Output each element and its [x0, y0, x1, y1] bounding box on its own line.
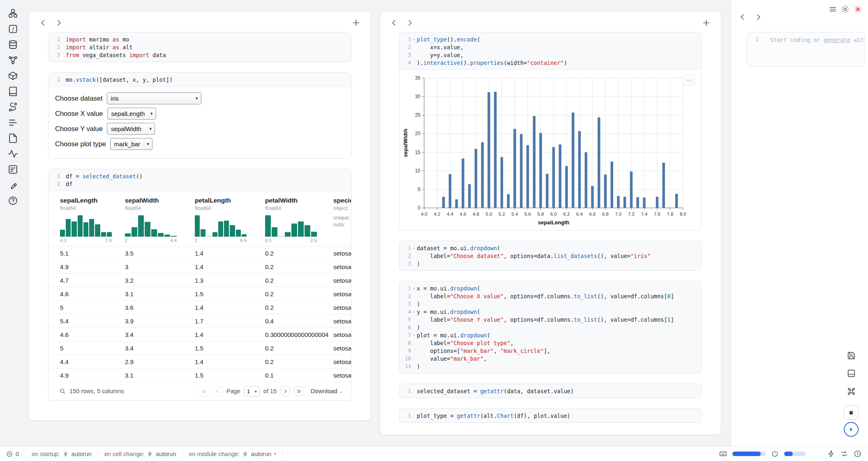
table-row[interactable]: 5.13.51.40.2setosa	[48, 247, 351, 260]
code-line[interactable]: 1df = selected_dataset()	[48, 172, 348, 180]
scratchpad-cell[interactable]: 1 Start coding or generate with AI	[747, 32, 865, 67]
code-line[interactable]: 3 y=y.value,	[399, 51, 698, 59]
code-line[interactable]: 2import altair as alt	[48, 43, 348, 51]
table-row[interactable]: 4.93.11.50.1setosa	[48, 369, 351, 382]
sidebar-item-documentation[interactable]	[8, 86, 18, 97]
table-column-header[interactable]: speciesobjectunique:nulls:	[333, 197, 351, 243]
runtime-config-on-module-change[interactable]: on module change:autorun▾	[183, 447, 283, 461]
table-row[interactable]: 4.42.91.40.2setosa	[48, 355, 351, 369]
sidebar-item-ai[interactable]	[8, 180, 18, 190]
previous-page-button[interactable]	[213, 386, 223, 396]
sidebar-item-packages[interactable]	[8, 71, 18, 81]
cell-editor[interactable]: 1import marimo as mo2import altair as al…	[48, 32, 351, 62]
choose-x-value-select[interactable]: sepalLength▾	[107, 108, 156, 120]
cpu-usage-bar[interactable]	[732, 452, 766, 456]
code-line[interactable]: 1plot_type = getattr(alt.Chart(df), plot…	[399, 412, 698, 420]
notebook-menu-icon[interactable]	[829, 5, 837, 14]
cell-editor[interactable]: 1▾plot_type().encode(2 x=x.value,3 y=y.v…	[399, 32, 701, 69]
sidebar-item-file-tree[interactable]	[8, 8, 18, 18]
keyboard-shortcuts-button[interactable]	[845, 385, 857, 397]
fold-toggle-icon[interactable]: ▾	[411, 333, 417, 337]
code-line[interactable]: 4).interactive().properties(width="conta…	[399, 59, 698, 67]
keyboard-icon[interactable]	[719, 450, 727, 458]
shutdown-close-icon[interactable]	[853, 5, 863, 14]
choose-y-value-select[interactable]: sepalWidth▾	[107, 123, 155, 135]
settings-gear-icon[interactable]	[841, 5, 850, 14]
table-row[interactable]: 4.63.41.40.30000000000000004setosa	[48, 328, 351, 341]
column-prev-icon[interactable]	[389, 18, 399, 28]
download-button[interactable]: Download⌄	[311, 388, 343, 394]
code-line[interactable]: 5 label="Choose Y value", options=df.col…	[399, 316, 698, 323]
first-page-button[interactable]	[199, 386, 209, 396]
table-row[interactable]: 53.61.40.2setosa	[48, 301, 351, 314]
fold-toggle-icon[interactable]: ▾	[411, 246, 417, 250]
choose-plot-type-select[interactable]: mark_bar▾	[110, 138, 152, 150]
runtime-config-on-startup[interactable]: on startup:autorun	[25, 447, 98, 461]
table-row[interactable]: 4.63.11.50.2setosa	[48, 287, 351, 301]
code-line[interactable]: 6)	[399, 323, 698, 331]
runtime-bolt-icon[interactable]	[827, 450, 835, 458]
table-row[interactable]: 53.41.50.2setosa	[48, 341, 351, 355]
sidebar-item-variables[interactable]	[8, 55, 18, 65]
add-cell-button[interactable]	[702, 18, 711, 28]
sidebar-item-scratchpad[interactable]	[8, 164, 18, 175]
cell-editor[interactable]: 1▾x = mo.ui.dropdown(2 label="Choose X v…	[399, 281, 701, 373]
code-line[interactable]: 3)	[399, 300, 698, 308]
cell-editor[interactable]: 1▾dataset = mo.ui.dropdown(2 label="Choo…	[399, 241, 701, 270]
cell-editor[interactable]: 1plot_type = getattr(alt.Chart(df), plot…	[399, 409, 701, 422]
page-number-select[interactable]: 1▾	[244, 386, 260, 396]
fold-toggle-icon[interactable]: ▾	[411, 310, 417, 314]
table-row[interactable]: 4.73.21.30.2setosa	[48, 274, 351, 287]
sidebar-item-snippets[interactable]	[8, 133, 18, 143]
code-line[interactable]: 1▾x = mo.ui.dropdown(	[399, 284, 698, 292]
add-cell-button[interactable]	[351, 18, 361, 28]
next-page-button[interactable]	[280, 386, 290, 396]
code-line[interactable]: 1▾dataset = mo.ui.dropdown(	[399, 244, 698, 252]
column-next-icon[interactable]	[405, 18, 415, 28]
column-next-icon[interactable]	[54, 18, 64, 28]
code-line[interactable]: 3from vega_datasets import data	[48, 51, 348, 59]
interrupt-button[interactable]	[844, 405, 859, 420]
swap-arrows-icon[interactable]	[840, 450, 848, 458]
sidebar-item-outline[interactable]	[8, 118, 18, 128]
chart-actions-button[interactable]	[683, 75, 695, 85]
code-line[interactable]: 1selected_dataset = getattr(data, datase…	[399, 387, 698, 395]
code-line[interactable]: 4▾y = mo.ui.dropdown(	[399, 308, 698, 316]
code-line[interactable]: 9 options=["mark_bar", "mark_circle"],	[399, 347, 698, 355]
sidebar-item-tracer[interactable]	[8, 102, 18, 112]
table-column-header[interactable]: sepalLengthfloat644.37.9	[60, 197, 125, 243]
code-line[interactable]: 1import marimo as mo	[48, 35, 348, 43]
pane-prev-icon[interactable]	[738, 12, 747, 22]
code-line[interactable]: 2df	[48, 180, 348, 188]
run-all-button[interactable]	[844, 422, 859, 437]
code-line[interactable]: 2 label="Choose X value", options=df.col…	[399, 292, 698, 300]
code-line[interactable]: 8 label="Choose plot type",	[399, 339, 698, 347]
table-column-header[interactable]: petalWidthfloat640.12.5	[265, 197, 333, 243]
memory-usage-bar[interactable]	[784, 452, 806, 456]
fold-toggle-icon[interactable]: ▾	[411, 37, 417, 41]
cell-editor[interactable]: 1mo.vstack([dataset, x, y, plot])	[48, 73, 351, 86]
search-icon[interactable]	[59, 388, 66, 394]
sidebar-item-functions[interactable]: f	[8, 24, 18, 34]
bottom-panel-button[interactable]	[845, 367, 857, 379]
sidebar-item-help[interactable]	[8, 196, 18, 206]
code-line[interactable]: 7▾plot = mo.ui.dropdown(	[399, 331, 698, 339]
cell-editor[interactable]: 1selected_dataset = getattr(data, datase…	[399, 384, 701, 398]
last-page-button[interactable]	[294, 386, 304, 396]
sidebar-item-datasources[interactable]	[8, 39, 18, 50]
cell-editor[interactable]: 1df = selected_dataset()2df	[48, 169, 351, 191]
sidebar-item-logs[interactable]	[8, 149, 18, 159]
code-line[interactable]: 2 x=x.value,	[399, 43, 698, 51]
code-line[interactable]: 11)	[399, 362, 698, 370]
save-notebook-button[interactable]	[845, 349, 857, 362]
generate-ai-link[interactable]: generate	[824, 37, 850, 43]
table-column-header[interactable]: sepalWidthfloat6424.4	[125, 197, 195, 243]
runtime-config-on-cell-change[interactable]: on cell change:autorun	[98, 447, 183, 461]
fold-toggle-icon[interactable]: ▾	[411, 286, 417, 290]
table-row[interactable]: 5.43.91.70.4setosa	[48, 314, 351, 328]
code-line[interactable]: 2 label="Choose dataset", options=data.l…	[399, 252, 698, 260]
code-line[interactable]: 1mo.vstack([dataset, x, y, plot])	[48, 76, 348, 83]
code-line[interactable]: 3)	[399, 260, 698, 267]
code-line[interactable]: 1▾plot_type().encode(	[399, 35, 698, 43]
column-prev-icon[interactable]	[38, 18, 48, 28]
